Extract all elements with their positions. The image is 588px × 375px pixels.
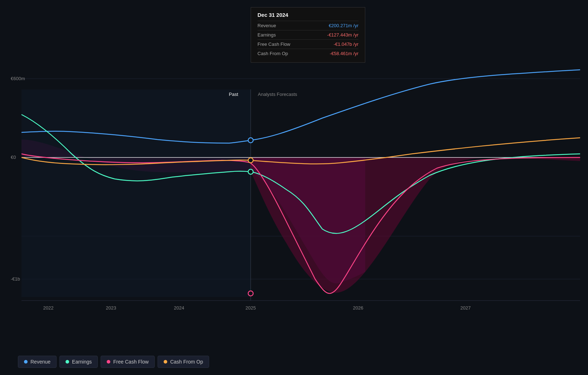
legend-dot	[66, 360, 69, 364]
tooltip-row-label: Cash From Op	[257, 51, 288, 56]
legend-label: Revenue	[30, 359, 50, 365]
tooltip-row: Cash From Op -€58.461m /yr	[257, 49, 358, 58]
legend-dot	[164, 360, 167, 364]
tooltip-date: Dec 31 2024	[257, 12, 358, 18]
past-label: Past	[229, 92, 238, 97]
legend-item-revenue[interactable]: Revenue	[18, 356, 57, 368]
tooltip-row-label: Free Cash Flow	[257, 42, 290, 47]
legend-label: Earnings	[72, 359, 92, 365]
tooltip-row-label: Revenue	[257, 23, 276, 28]
legend-label: Free Cash Flow	[113, 359, 149, 365]
tooltip-row: Free Cash Flow -€1.047b /yr	[257, 39, 358, 49]
y-label-0: €0	[11, 155, 16, 160]
tooltip-row-label: Earnings	[257, 32, 276, 38]
tooltip-row-value: €200.271m /yr	[329, 23, 358, 28]
legend-dot	[107, 360, 110, 364]
y-label-600m: €600m	[11, 76, 25, 81]
svg-rect-6	[21, 89, 251, 297]
svg-point-9	[248, 138, 253, 143]
svg-point-10	[248, 158, 253, 163]
x-label-2024: 2024	[174, 305, 184, 311]
tooltip-row-value: -€58.461m /yr	[330, 51, 358, 56]
legend-label: Cash From Op	[170, 359, 203, 365]
svg-point-11	[248, 169, 253, 174]
tooltip-row: Revenue €200.271m /yr	[257, 21, 358, 30]
tooltip-row-value: -€1.047b /yr	[334, 42, 358, 47]
forecast-label: Analysts Forecasts	[258, 92, 297, 97]
svg-point-12	[248, 291, 253, 296]
y-label-minus1b: -€1b	[11, 276, 20, 282]
x-label-2023: 2023	[106, 305, 116, 311]
tooltip-row-value: -€127.443m /yr	[327, 32, 358, 38]
x-label-2027: 2027	[461, 305, 471, 311]
chart-container: Past Analysts Forecasts €600m €0 -€1b 20…	[0, 0, 588, 375]
legend-item-cash-from-op[interactable]: Cash From Op	[158, 356, 209, 368]
tooltip-row: Earnings -€127.443m /yr	[257, 30, 358, 39]
legend-item-free-cash-flow[interactable]: Free Cash Flow	[101, 356, 155, 368]
tooltip-box: Dec 31 2024 Revenue €200.271m /yr Earnin…	[251, 7, 365, 63]
x-label-2026: 2026	[353, 305, 363, 311]
legend: Revenue Earnings Free Cash Flow Cash Fro…	[18, 356, 209, 368]
x-label-2025: 2025	[246, 305, 256, 311]
legend-item-earnings[interactable]: Earnings	[59, 356, 98, 368]
x-label-2022: 2022	[43, 305, 54, 311]
legend-dot	[24, 360, 28, 364]
